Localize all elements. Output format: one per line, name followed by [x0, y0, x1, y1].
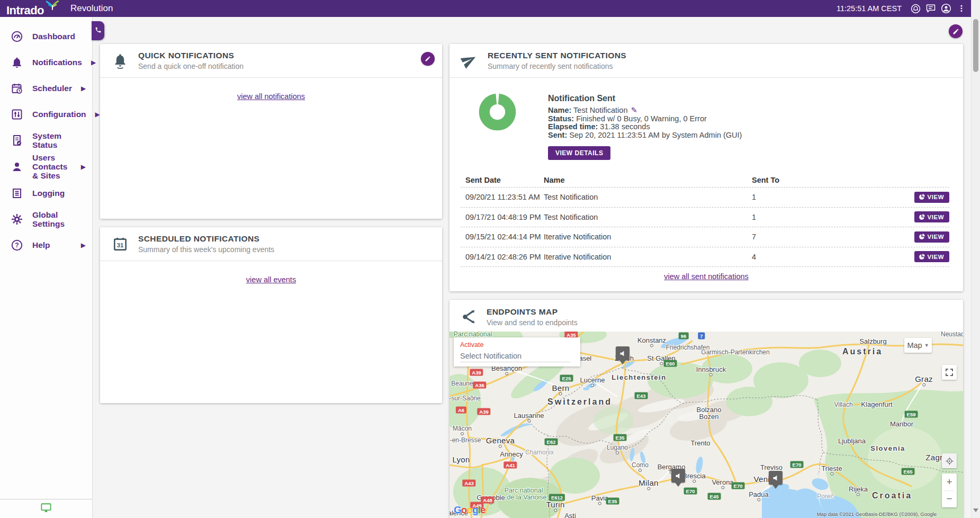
scrollbar-down-arrow[interactable]	[973, 508, 978, 515]
map-label: Konstanz	[637, 336, 666, 344]
sidebar-item-users-contacts-sites[interactable]: Users Contacts & Sites ▶	[0, 153, 92, 180]
google-logo[interactable]: Google	[454, 504, 485, 516]
sidebar-item-dashboard[interactable]: Dashboard	[0, 23, 92, 49]
pie-chart-icon	[919, 194, 925, 200]
speaker-icon	[619, 350, 627, 358]
quick-call-tab[interactable]	[92, 21, 104, 40]
sidebar-item-notifications[interactable]: Notifications ▶	[0, 49, 92, 75]
speaker-icon	[772, 474, 780, 482]
alarm-icon[interactable]	[910, 3, 921, 14]
col-name: Name	[544, 176, 752, 184]
account-icon[interactable]	[940, 3, 952, 14]
sidebar-item-system-status[interactable]: System Status	[0, 127, 92, 153]
map-type-button[interactable]: Map▼	[904, 338, 932, 353]
sidebar-item-configuration[interactable]: Configuration ▶	[0, 101, 92, 127]
sidebar-item-label: Dashboard	[32, 32, 88, 41]
svg-text:31: 31	[117, 242, 124, 248]
view-details-button[interactable]: VIEW DETAILS	[548, 146, 610, 160]
chat-icon[interactable]	[925, 3, 937, 14]
name-cell: Iterative Notification	[544, 253, 752, 261]
zoom-out-button[interactable]: −	[942, 491, 957, 508]
sent-date-cell: 09/14/21 02:48:26 PM	[461, 253, 544, 261]
sidebar-item-logging[interactable]: Logging	[0, 180, 92, 206]
sidebar-item-scheduler[interactable]: Scheduler ▶	[0, 75, 92, 101]
endpoint-speaker-marker[interactable]	[671, 469, 685, 483]
sidebar-item-help[interactable]: ? Help ▶	[0, 232, 92, 258]
recent-table-body: 09/20/21 11:23:51 AM Test Notification 1…	[461, 187, 949, 267]
chevron-right-icon: ▶	[91, 59, 96, 66]
monitor-icon[interactable]	[40, 503, 52, 515]
recently-sent-header: RECENTLY SENT NOTIFICATIONS Summary of r…	[449, 44, 963, 78]
my-location-button[interactable]	[942, 453, 957, 468]
edit-name-icon[interactable]: ✎	[631, 106, 637, 114]
road-badge: A48	[481, 497, 494, 504]
road-badge: A39	[477, 408, 490, 415]
view-button[interactable]: VIEW	[914, 251, 949, 262]
map-label: Parc national	[505, 487, 543, 494]
sidebar: Dashboard Notifications ▶ Scheduler ▶ Co…	[0, 17, 93, 518]
road-badge: A6	[456, 407, 466, 414]
activate-label: Activate	[460, 341, 574, 349]
map-label: Turin	[546, 500, 564, 509]
map-label: Annecy	[500, 450, 523, 458]
map-label: Como	[632, 461, 649, 469]
endpoint-speaker-marker[interactable]	[769, 471, 783, 485]
sent-to-cell: 4	[752, 253, 879, 261]
map-label: Slovenia	[870, 444, 905, 452]
road-badge: A39	[470, 369, 483, 376]
view-button[interactable]: VIEW	[914, 192, 949, 203]
sidebar-item-label: Global Settings	[32, 210, 88, 228]
map-canvas[interactable]: Parc nationalKonstanzFriedrichshafenSt G…	[449, 332, 963, 518]
zoom-control: + −	[942, 474, 957, 507]
sidebar-item-global-settings[interactable]: Global Settings	[0, 206, 92, 232]
fullscreen-button[interactable]	[942, 365, 957, 380]
map-label: Chalon-sur-Saône	[449, 395, 481, 402]
road-badge: E70	[732, 483, 745, 489]
sidebar-nav: Dashboard Notifications ▶ Scheduler ▶ Co…	[0, 17, 92, 258]
sent-date-cell: 09/20/21 11:23:51 AM	[461, 193, 544, 201]
view-all-events-link[interactable]: view all events	[246, 275, 296, 284]
view-all-sent-notifications-link[interactable]: view all sent notifications	[664, 272, 749, 281]
col-sent-to: Sent To	[752, 176, 879, 184]
table-row: 09/14/21 02:48:26 PM Iterative Notificat…	[461, 247, 949, 267]
map-label: Asti	[564, 512, 576, 518]
map-label: Villach	[834, 401, 852, 408]
road-badge: A41	[504, 462, 517, 469]
map-label: Pavia	[591, 494, 609, 502]
map-label: Graz	[915, 374, 933, 383]
zoom-in-button[interactable]: +	[942, 474, 957, 490]
kebab-menu-icon[interactable]	[956, 3, 967, 14]
svg-text:?: ?	[15, 242, 19, 249]
map-label: Austria	[842, 347, 883, 356]
map-label: Klagenfurt	[861, 400, 892, 408]
table-row: 09/15/21 02:44:14 PM Iterative Notificat…	[461, 227, 949, 247]
detail-heading: Notification Sent	[548, 94, 742, 103]
sent-date-cell: 09/17/21 04:48:19 PM	[461, 213, 544, 221]
select-notification-input[interactable]: Select Notification	[460, 352, 571, 362]
map-label: Milan	[639, 478, 658, 487]
view-all-notifications-link[interactable]: view all notifications	[237, 92, 305, 101]
endpoints-map-panel: ENDPOINTS MAP View and send to endpoints	[449, 300, 963, 518]
activate-notification-overlay: Activate Select Notification	[454, 337, 580, 367]
calendar-clock-icon	[11, 82, 23, 95]
notification-status: Finished w/ 0 Busy, 0 Warning, 0 Error	[576, 114, 707, 123]
map-label: Bozen	[699, 413, 719, 421]
road-badge: E62	[545, 439, 558, 445]
view-button[interactable]: VIEW	[914, 231, 949, 243]
intrado-logo[interactable]: Intrado	[6, 1, 59, 16]
edit-quick-notifications-button[interactable]	[421, 52, 435, 66]
view-button[interactable]: VIEW	[914, 211, 949, 222]
road-badge: E612	[549, 494, 565, 501]
map-label: Lyon	[452, 455, 470, 464]
map-label: Lugano	[607, 444, 628, 451]
scrollbar-thumb[interactable]	[973, 19, 978, 72]
map-label: Friedrichshafen	[666, 344, 710, 351]
map-label: Maribor	[890, 420, 913, 428]
road-badge: A36	[473, 382, 486, 389]
map-label: Geneva	[486, 436, 515, 445]
col-sent-date: Sent Date	[461, 176, 544, 184]
endpoint-speaker-marker[interactable]	[616, 346, 630, 360]
page-scrollbar[interactable]	[971, 0, 980, 518]
help-icon: ?	[11, 239, 23, 252]
edit-dashboard-button[interactable]	[949, 24, 963, 38]
